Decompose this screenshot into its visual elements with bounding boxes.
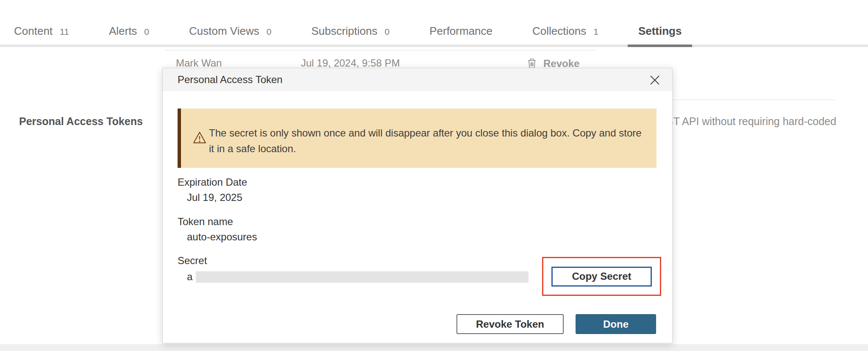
- copy-secret-annotation-box: Copy Secret: [542, 257, 661, 296]
- dialog-header: Personal Access Token: [163, 68, 672, 91]
- page-bottom-strip: [0, 344, 868, 351]
- secret-label: Secret: [178, 255, 207, 267]
- expiration-date-value: Jul 19, 2025: [187, 192, 242, 203]
- tab-label: Performance: [429, 25, 492, 38]
- copy-secret-button[interactable]: Copy Secret: [551, 267, 652, 287]
- secret-redaction-bar: [196, 271, 529, 283]
- token-name-label: Token name: [178, 216, 233, 228]
- done-button[interactable]: Done: [576, 314, 656, 334]
- section-label: Personal Access Tokens: [19, 115, 143, 128]
- secret-value-row: a: [187, 271, 529, 283]
- tab-alerts[interactable]: Alerts 0: [98, 25, 160, 45]
- pat-description-fragment: ST API without requiring hard-coded: [666, 115, 836, 128]
- expiration-date-label: Expiration Date: [178, 176, 247, 188]
- close-icon[interactable]: [648, 74, 661, 86]
- settings-divider: [661, 100, 836, 100]
- tab-count: 0: [385, 27, 390, 37]
- tab-custom-views[interactable]: Custom Views 0: [178, 25, 282, 45]
- tab-count: 0: [144, 27, 149, 37]
- warning-triangle-icon: [192, 131, 207, 146]
- token-row-timestamp: Jul 19, 2024, 9:58 PM: [301, 57, 400, 69]
- tab-performance[interactable]: Performance: [419, 25, 503, 45]
- profile-tabbar: Content 11 Alerts 0 Custom Views 0 Subsc…: [0, 0, 868, 47]
- token-name-value: auto-exposures: [187, 231, 257, 243]
- tab-content[interactable]: Content 11: [3, 25, 80, 45]
- tab-label: Custom Views: [189, 25, 259, 38]
- tab-label: Collections: [532, 25, 586, 38]
- tab-collections[interactable]: Collections 1: [522, 25, 609, 45]
- dialog-title: Personal Access Token: [178, 68, 283, 91]
- personal-access-token-dialog: Personal Access Token The secret is only…: [162, 68, 673, 343]
- tab-count: 11: [60, 27, 69, 37]
- revoke-token-button[interactable]: Revoke Token: [456, 314, 564, 334]
- tab-label: Settings: [638, 25, 682, 38]
- table-row-divider: [165, 50, 595, 50]
- tab-label: Alerts: [109, 25, 137, 38]
- secret-warning-banner: The secret is only shown once and will d…: [178, 109, 657, 168]
- tab-label: Content: [14, 25, 53, 38]
- warning-message: The secret is only shown once and will d…: [209, 125, 645, 156]
- tab-subscriptions[interactable]: Subscriptions 0: [300, 25, 400, 45]
- secret-value: a: [187, 271, 192, 283]
- tab-settings[interactable]: Settings: [628, 25, 693, 47]
- token-row-user: Mark Wan: [176, 57, 222, 69]
- tab-label: Subscriptions: [311, 25, 377, 38]
- tab-count: 0: [267, 27, 272, 37]
- tab-count: 1: [593, 27, 598, 37]
